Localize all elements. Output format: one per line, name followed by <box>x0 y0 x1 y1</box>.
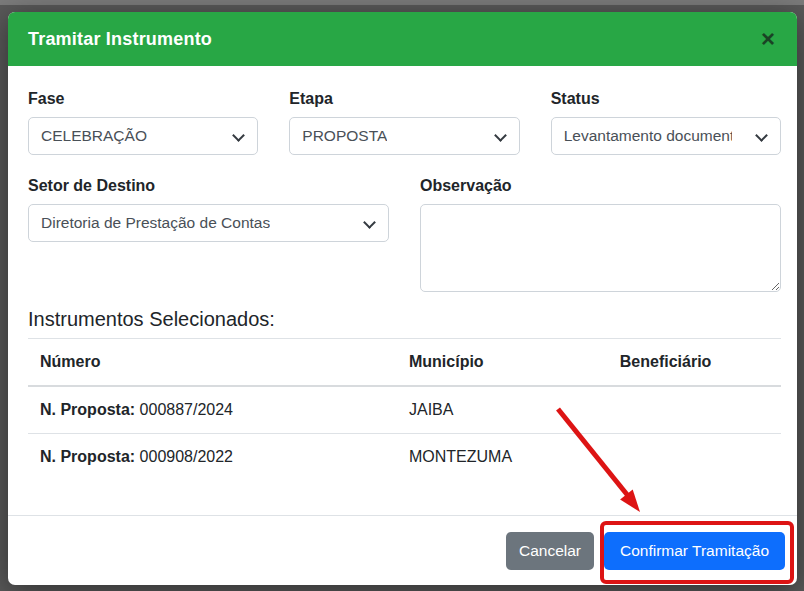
chevron-down-icon <box>363 216 376 229</box>
column-header-beneficiario: Beneficiário <box>608 339 781 387</box>
modal-footer: Cancelar Confirmar Tramitação <box>8 515 797 585</box>
observacao-field: Observação <box>420 177 781 292</box>
setor-destino-label: Setor de Destino <box>28 177 389 195</box>
confirm-tramitacao-button[interactable]: Confirmar Tramitação <box>604 532 785 570</box>
observacao-label: Observação <box>420 177 781 195</box>
etapa-selected-value: PROPOSTA <box>302 127 387 145</box>
fase-select[interactable]: CELEBRAÇÃO <box>28 117 258 155</box>
selected-instruments-section: Instrumentos Selecionados: Número Municí… <box>28 304 781 480</box>
beneficiario-cell <box>608 434 781 481</box>
form-row-1: Fase CELEBRAÇÃO Etapa PROPOSTA Status Le… <box>28 90 781 155</box>
status-selected-value: Levantamento documental <box>564 127 732 145</box>
column-header-numero: Número <box>28 339 397 387</box>
observacao-textarea[interactable] <box>420 204 781 292</box>
modal-header: Tramitar Instrumento × <box>8 12 797 66</box>
numero-value: 000887/2024 <box>140 401 233 418</box>
numero-value: 000908/2022 <box>140 448 233 465</box>
column-header-municipio: Município <box>397 339 608 387</box>
table-row: N. Proposta: 000887/2024 JAIBA <box>28 386 781 434</box>
chevron-down-icon <box>755 129 768 142</box>
etapa-select[interactable]: PROPOSTA <box>289 117 519 155</box>
etapa-field: Etapa PROPOSTA <box>289 90 519 155</box>
cancel-button[interactable]: Cancelar <box>506 532 594 570</box>
fase-selected-value: CELEBRAÇÃO <box>41 127 147 145</box>
status-select[interactable]: Levantamento documental <box>551 117 781 155</box>
close-icon[interactable]: × <box>759 27 777 51</box>
setor-destino-selected-value: Diretoria de Prestação de Contas <box>41 214 270 232</box>
numero-label: N. Proposta: <box>40 401 135 418</box>
fase-label: Fase <box>28 90 258 108</box>
chevron-down-icon <box>232 129 245 142</box>
table-header-row: Número Município Beneficiário <box>28 339 781 387</box>
chevron-down-icon <box>494 129 507 142</box>
numero-cell: N. Proposta: 000908/2022 <box>28 434 397 481</box>
table-row: N. Proposta: 000908/2022 MONTEZUMA <box>28 434 781 481</box>
status-field: Status Levantamento documental <box>551 90 781 155</box>
modal-title: Tramitar Instrumento <box>28 29 212 50</box>
backdrop-band <box>0 0 804 5</box>
etapa-label: Etapa <box>289 90 519 108</box>
setor-destino-select[interactable]: Diretoria de Prestação de Contas <box>28 204 389 242</box>
form-row-2: Setor de Destino Diretoria de Prestação … <box>28 177 781 292</box>
status-label: Status <box>551 90 781 108</box>
selected-instruments-heading: Instrumentos Selecionados: <box>28 304 781 334</box>
instruments-table: Número Município Beneficiário N. Propost… <box>28 338 781 480</box>
tramitar-instrumento-modal: Tramitar Instrumento × Fase CELEBRAÇÃO E… <box>8 12 797 585</box>
municipio-cell: MONTEZUMA <box>397 434 608 481</box>
beneficiario-cell <box>608 386 781 434</box>
municipio-cell: JAIBA <box>397 386 608 434</box>
setor-destino-field: Setor de Destino Diretoria de Prestação … <box>28 177 389 292</box>
numero-label: N. Proposta: <box>40 448 135 465</box>
fase-field: Fase CELEBRAÇÃO <box>28 90 258 155</box>
numero-cell: N. Proposta: 000887/2024 <box>28 386 397 434</box>
